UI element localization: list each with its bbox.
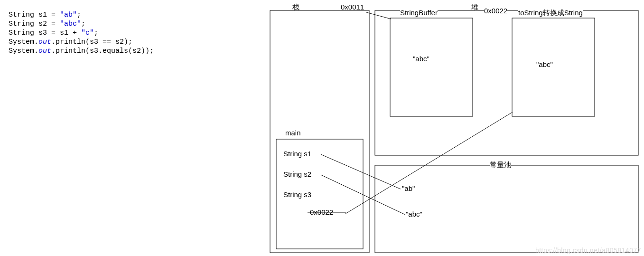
label-addr1: 0x0011 bbox=[341, 3, 364, 11]
svg-rect-2 bbox=[375, 10, 638, 155]
label-s3: String s3 bbox=[283, 190, 311, 199]
label-s1: String s1 bbox=[283, 150, 311, 158]
diagram-svg bbox=[0, 0, 644, 256]
label-pool-ab: "ab" bbox=[402, 184, 415, 192]
svg-rect-4 bbox=[512, 18, 595, 116]
label-sb-abc: "abc" bbox=[413, 55, 429, 63]
svg-rect-3 bbox=[390, 18, 473, 116]
svg-line-9 bbox=[366, 12, 391, 19]
page: String s1 = "ab"; String s2 = "abc"; Str… bbox=[0, 0, 644, 256]
label-str-abc: "abc" bbox=[536, 60, 553, 68]
label-tostring: toString转换成String bbox=[518, 9, 583, 18]
label-main: main bbox=[285, 129, 301, 137]
svg-line-8 bbox=[345, 112, 513, 214]
label-s2: String s2 bbox=[283, 170, 311, 178]
svg-rect-5 bbox=[375, 165, 638, 253]
label-stringbuffer: StringBuffer bbox=[400, 9, 438, 17]
label-stack: 栈 bbox=[292, 3, 299, 12]
label-heap: 堆 bbox=[471, 3, 478, 12]
svg-line-6 bbox=[321, 154, 401, 189]
label-addr2: 0x0022 bbox=[484, 7, 507, 15]
watermark: https://blog.csdn.net/a805814077 bbox=[535, 247, 641, 254]
label-addr2b: 0x0022 bbox=[310, 208, 333, 216]
label-pool-abc: "abc" bbox=[406, 210, 422, 218]
label-pool: 常量池 bbox=[490, 161, 511, 170]
